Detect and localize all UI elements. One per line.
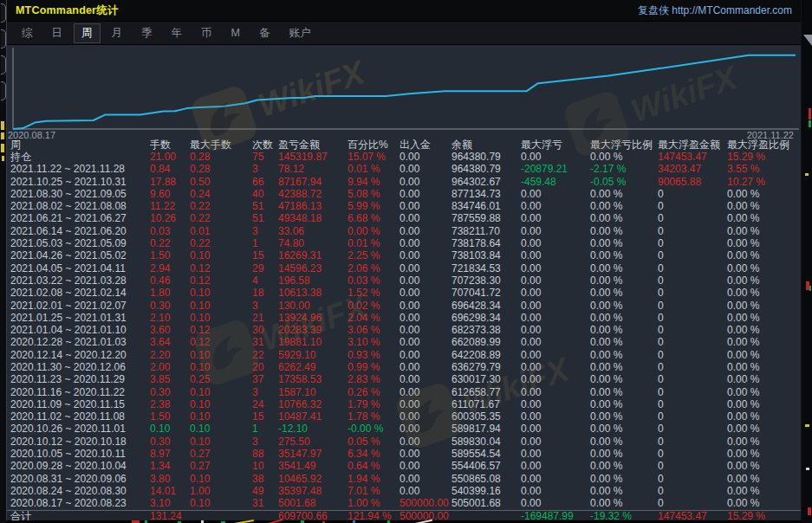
table-cell: 0 [658, 238, 727, 249]
table-cell: 0.28 [190, 164, 252, 175]
table-cell: 0 [658, 275, 727, 287]
table-cell: 49 [252, 486, 278, 497]
table-cell: 0 [658, 423, 727, 435]
table-cell: 550865.08 [451, 474, 521, 485]
menu-item-M[interactable]: M [224, 24, 248, 42]
table-row[interactable]: 2020.12.28 ~ 2021.01.033.640.123119881.1… [7, 337, 801, 349]
table-cell: 0.30 [150, 300, 190, 312]
table-row[interactable]: 2020.11.09 ~ 2020.11.152.380.102410766.3… [7, 398, 801, 410]
table-cell: 3541.49 [278, 461, 348, 472]
table-cell: 0.00 % [590, 411, 658, 423]
table-cell: 10487.41 [278, 411, 348, 423]
table-row[interactable]: 2020.11.23 ~ 2020.11.293.850.253717358.5… [7, 374, 801, 386]
table-cell: -0.05 % [590, 177, 658, 188]
table-cell: 0.00 [400, 436, 451, 448]
table-cell: 2021.01.25 ~ 2021.01.31 [10, 313, 150, 324]
table-row[interactable]: 2020.08.24 ~ 2020.08.3014.011.004935397.… [7, 485, 801, 497]
table-cell: 75 [252, 152, 278, 163]
table-row[interactable]: 2020.09.28 ~ 2020.10.041.340.27103541.49… [7, 461, 801, 473]
table-row[interactable]: 持仓21.000.2875145319.8715.07 %0.00964380.… [7, 151, 801, 163]
table-cell: 696298.34 [451, 313, 521, 324]
table-row[interactable]: 2020.08.17 ~ 2020.08.233.100.10315001.68… [7, 498, 801, 510]
table-row[interactable]: 2021.04.05 ~ 2021.04.112.940.122914596.2… [7, 262, 801, 274]
menu-item-综[interactable]: 综 [14, 23, 41, 43]
table-cell: 20283.39 [278, 325, 348, 336]
menu-item-月[interactable]: 月 [104, 23, 131, 43]
table-row[interactable]: 2021.06.21 ~ 2021.06.2710.260.225149348.… [7, 213, 801, 225]
table-cell: 0.00 [521, 189, 590, 200]
table-row[interactable]: 2021.01.25 ~ 2021.01.312.100.102113924.9… [7, 312, 801, 324]
table-row[interactable]: 2021.06.14 ~ 2021.06.200.030.01333.060.0… [7, 225, 801, 237]
table-cell: 19881.10 [278, 337, 348, 348]
menu-item-周[interactable]: 周 [74, 23, 101, 43]
table-row[interactable]: 2020.10.05 ~ 2020.10.118.970.278835147.9… [7, 448, 801, 460]
table-row[interactable]: 2021.02.01 ~ 2021.02.070.300.103130.000.… [7, 300, 801, 312]
table-cell: 40 [252, 189, 278, 200]
table-cell: 0.00 % [727, 362, 801, 373]
menu-item-币[interactable]: 币 [193, 23, 220, 43]
table-cell: -0.00 % [348, 423, 400, 435]
table-cell: 2.20 [150, 350, 190, 361]
brand-link[interactable]: 复盘侠 http://MTCommander.com [638, 3, 792, 18]
table-cell: 500000.00 [400, 498, 451, 509]
table-cell: 787559.88 [451, 213, 521, 224]
table-cell: 8.97 [150, 449, 190, 460]
table-cell: 2020.08.24 ~ 2020.08.30 [10, 486, 150, 497]
table-cell: 0.00 [400, 325, 451, 336]
menu-item-日[interactable]: 日 [44, 23, 71, 43]
table-cell: 1587.10 [278, 387, 348, 398]
table-cell: 51 [252, 201, 278, 212]
table-row[interactable]: 2021.08.30 ~ 2021.09.059.600.244042388.7… [7, 188, 801, 200]
table-cell: 0.26 % [348, 387, 400, 398]
table-row[interactable]: 2021.11.22 ~ 2021.11.280.840.28378.120.0… [7, 164, 801, 176]
table-row[interactable]: 2020.11.16 ~ 2020.11.220.300.1031587.100… [7, 386, 801, 398]
background-chart-fragment [805, 173, 809, 176]
table-cell: 2.06 % [348, 263, 400, 274]
table-row[interactable]: 2020.10.12 ~ 2020.10.180.300.103275.500.… [7, 436, 801, 448]
menu-item-账户[interactable]: 账户 [281, 23, 318, 43]
table-cell: 0.00 [521, 486, 590, 497]
table-cell: 275.50 [278, 436, 348, 448]
table-row[interactable]: 2020.12.14 ~ 2020.12.202.200.10225929.10… [7, 349, 801, 361]
table-cell: 1.52 % [348, 287, 400, 299]
table-cell: 0.00 [400, 362, 451, 373]
table-cell: 0.24 [190, 189, 252, 200]
table-cell: 0.00 [400, 300, 451, 312]
table-row[interactable]: 2020.11.02 ~ 2020.11.081.500.101510487.4… [7, 411, 801, 423]
table-cell: 2020.08.17 ~ 2020.08.23 [10, 498, 150, 509]
table-cell: 88 [252, 449, 278, 460]
table-row[interactable]: 2021.03.22 ~ 2021.03.280.460.124196.580.… [7, 274, 801, 287]
table-cell: 3.10 % [348, 337, 400, 348]
table-cell: 2020.10.12 ~ 2020.10.18 [10, 436, 150, 448]
menu-item-备[interactable]: 备 [251, 23, 278, 43]
background-corner-triangle [803, 35, 812, 46]
table-cell: 0.00 % [590, 362, 658, 373]
table-row[interactable]: 2020.10.26 ~ 2020.11.010.100.101-12.10-0… [7, 423, 801, 436]
table-cell: 0.99 % [348, 362, 400, 373]
table-cell: 0.00 [521, 263, 590, 274]
table-cell: 2020.11.09 ~ 2020.11.15 [10, 399, 150, 410]
table-cell: 20 [252, 362, 278, 373]
table-row[interactable]: 2020.11.30 ~ 2020.12.062.000.10206262.49… [7, 361, 801, 373]
column-header: 最大浮盈比例 [727, 139, 801, 151]
table-cell: 0.10 [190, 300, 252, 312]
table-row[interactable]: 2021.10.25 ~ 2021.10.3117.880.506687167.… [7, 176, 801, 188]
table-row[interactable]: 2021.01.04 ~ 2021.01.103.600.123020283.3… [7, 324, 801, 336]
table-cell: 0.00 % [590, 423, 658, 435]
table-cell: 15 [252, 411, 278, 423]
table-cell: 0.00 % [590, 486, 658, 497]
table-row[interactable]: 2021.04.26 ~ 2021.05.021.500.101516269.3… [7, 250, 801, 262]
table-cell: 721834.53 [451, 263, 521, 274]
table-row[interactable]: 2020.08.31 ~ 2020.09.063.800.103810465.9… [7, 473, 801, 485]
table-cell: 0.00 % [727, 263, 801, 274]
table-cell: 0.00 % [727, 374, 801, 385]
table-cell: 2020.08.31 ~ 2020.09.06 [10, 474, 150, 485]
table-row[interactable]: 2021.02.08 ~ 2021.02.141.800.101810613.3… [7, 287, 801, 300]
table-cell: 9.94 % [348, 177, 400, 188]
table-row[interactable]: 2021.08.02 ~ 2021.08.0811.220.225147186.… [7, 200, 801, 212]
table-cell: 38 [252, 474, 278, 485]
menu-item-季[interactable]: 季 [133, 23, 160, 43]
menu-item-年[interactable]: 年 [164, 23, 191, 43]
table-cell: 0.00 [521, 313, 590, 324]
table-row[interactable]: 2021.05.03 ~ 2021.05.090.220.22174.800.0… [7, 237, 801, 249]
